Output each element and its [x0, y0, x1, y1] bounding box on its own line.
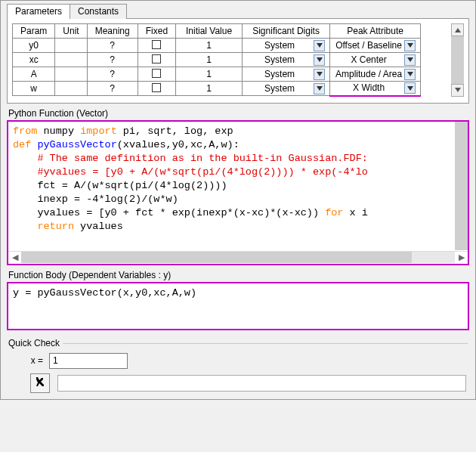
unit-cell[interactable] — [55, 67, 87, 82]
tab-content: Param Unit Meaning Fixed Initial Value S… — [7, 18, 469, 104]
scroll-right-icon[interactable]: ▶ — [455, 252, 468, 263]
fixed-checkbox[interactable] — [152, 83, 161, 92]
sig-cell[interactable]: System — [243, 39, 330, 53]
quick-check-run-button[interactable] — [30, 373, 50, 393]
scroll-left-icon[interactable]: ◀ — [8, 252, 21, 263]
peak-cell[interactable]: X Width — [330, 82, 421, 96]
fixed-cell[interactable] — [138, 53, 175, 67]
sig-cell[interactable]: System — [243, 53, 330, 67]
function-body-label: Function Body (Dependent Variables : y) — [7, 270, 469, 280]
grid-header-unit[interactable]: Unit — [55, 24, 87, 39]
peak-cell[interactable]: X Center — [330, 53, 421, 67]
fixed-checkbox[interactable] — [152, 40, 161, 49]
tab-parameters[interactable]: Parameters — [7, 4, 70, 19]
unit-cell[interactable] — [55, 39, 87, 53]
grid-header-sig[interactable]: Significant Digits — [243, 24, 330, 39]
fixed-checkbox[interactable] — [152, 69, 161, 78]
unit-cell[interactable] — [55, 53, 87, 67]
quick-check-output — [57, 375, 466, 392]
function-body-code[interactable]: y = pyGaussVector(x,y0,xc,A,w) — [13, 286, 463, 300]
chevron-down-icon[interactable] — [314, 83, 325, 94]
quick-check-section: Quick Check x = — [7, 338, 469, 393]
table-row: y0?1SystemOffset / Baseline — [13, 39, 421, 53]
fixed-cell[interactable] — [138, 39, 175, 53]
grid-header-fixed[interactable]: Fixed — [138, 24, 175, 39]
param-cell[interactable]: y0 — [13, 39, 55, 53]
fixed-checkbox[interactable] — [152, 54, 161, 63]
grid-header-meaning[interactable]: Meaning — [87, 24, 138, 39]
parameter-grid: Param Unit Meaning Fixed Initial Value S… — [12, 23, 421, 97]
fixed-cell[interactable] — [138, 82, 175, 96]
function-body-editor[interactable]: y = pyGaussVector(x,y0,xc,A,w) — [7, 282, 469, 330]
quick-check-x-input[interactable] — [49, 353, 128, 369]
fixed-cell[interactable] — [138, 67, 175, 82]
parameter-editor-window: Parameters Constants Param Unit Meaning … — [0, 0, 476, 400]
meaning-cell[interactable]: ? — [87, 39, 138, 53]
initial-cell[interactable]: 1 — [176, 39, 243, 53]
param-cell[interactable]: xc — [13, 53, 55, 67]
python-code[interactable]: from numpy import pi, sqrt, log, exp def… — [13, 125, 463, 234]
initial-cell[interactable]: 1 — [176, 53, 243, 67]
table-row: w?1SystemX Width — [13, 82, 421, 96]
grid-header-peak[interactable]: Peak Attribute — [330, 24, 421, 39]
unit-cell[interactable] — [55, 82, 87, 96]
grid-vertical-scrollbar[interactable] — [451, 23, 464, 97]
grid-header-param[interactable]: Param — [13, 24, 55, 39]
chevron-down-icon[interactable] — [404, 69, 416, 80]
tabs-row: Parameters Constants — [7, 3, 469, 18]
table-row: xc?1SystemX Center — [13, 53, 421, 67]
chevron-down-icon[interactable] — [404, 40, 416, 51]
param-cell[interactable]: w — [13, 82, 55, 96]
chevron-down-icon[interactable] — [404, 82, 416, 94]
quick-check-title: Quick Check — [7, 338, 469, 348]
python-horizontal-scrollbar[interactable]: ◀ ▶ — [8, 251, 468, 264]
sig-cell[interactable]: System — [243, 82, 330, 96]
python-vertical-scrollbar[interactable] — [455, 122, 468, 250]
meaning-cell[interactable]: ? — [87, 82, 138, 96]
chevron-down-icon[interactable] — [314, 40, 325, 51]
initial-cell[interactable]: 1 — [176, 82, 243, 96]
tab-constants[interactable]: Constants — [70, 4, 127, 19]
param-cell[interactable]: A — [13, 67, 55, 82]
run-icon — [34, 376, 46, 390]
meaning-cell[interactable]: ? — [87, 53, 138, 67]
grid-header-initial[interactable]: Initial Value — [176, 24, 243, 39]
python-function-label: Python Function (Vector) — [7, 108, 469, 119]
python-function-editor[interactable]: from numpy import pi, sqrt, log, exp def… — [7, 120, 469, 265]
sig-cell[interactable]: System — [243, 67, 330, 82]
peak-cell[interactable]: Offset / Baseline — [330, 39, 421, 53]
meaning-cell[interactable]: ? — [87, 67, 138, 82]
chevron-down-icon[interactable] — [314, 69, 325, 80]
chevron-down-icon[interactable] — [404, 54, 416, 66]
quick-check-x-label: x = — [7, 355, 49, 366]
table-row: A?1SystemAmplitude / Area — [13, 67, 421, 82]
initial-cell[interactable]: 1 — [176, 67, 243, 82]
chevron-down-icon[interactable] — [314, 54, 325, 66]
peak-cell[interactable]: Amplitude / Area — [330, 67, 421, 82]
